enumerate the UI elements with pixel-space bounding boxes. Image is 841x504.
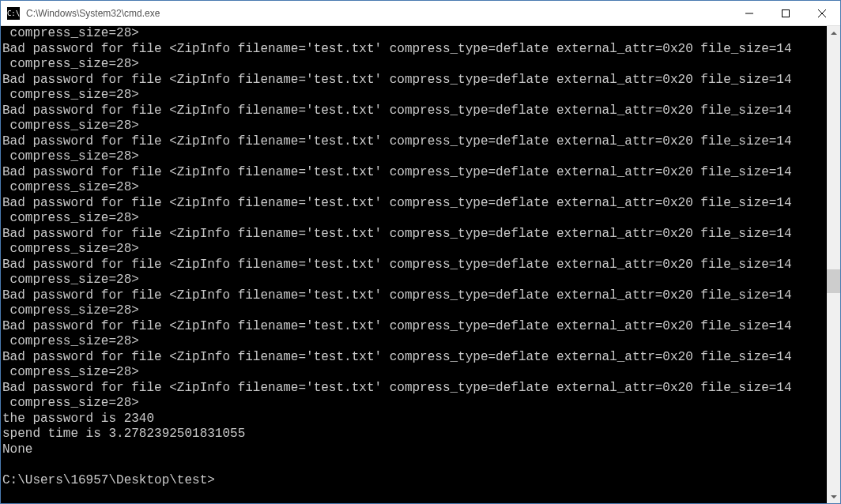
scroll-up-arrow[interactable] (827, 26, 840, 39)
close-button[interactable] (804, 1, 840, 25)
close-icon (818, 9, 826, 17)
maximize-icon (782, 9, 790, 17)
terminal-output[interactable]: compress_size=28> Bad password for file … (1, 26, 827, 503)
maximize-button[interactable] (767, 1, 804, 25)
window-titlebar: C:\ C:\Windows\System32\cmd.exe (1, 1, 840, 26)
minimize-button[interactable] (731, 1, 767, 25)
prompt-line: C:\Users\16957\Desktop\test> (2, 473, 215, 487)
scrollbar[interactable] (827, 26, 840, 503)
terminal-area: compress_size=28> Bad password for file … (1, 26, 840, 503)
minimize-icon (745, 9, 753, 17)
cmd-icon: C:\ (7, 7, 20, 20)
svg-marker-5 (831, 495, 837, 498)
chevron-up-icon (831, 32, 837, 35)
scrollbar-thumb[interactable] (827, 269, 840, 293)
scrollbar-track-body[interactable] (827, 39, 840, 490)
window-title: C:\Windows\System32\cmd.exe (25, 8, 731, 19)
scroll-down-arrow[interactable] (827, 490, 840, 503)
window-controls (731, 1, 840, 25)
svg-marker-4 (831, 32, 837, 35)
terminal-text: compress_size=28> Bad password for file … (2, 26, 792, 457)
svg-rect-1 (783, 9, 790, 17)
chevron-down-icon (831, 495, 837, 498)
